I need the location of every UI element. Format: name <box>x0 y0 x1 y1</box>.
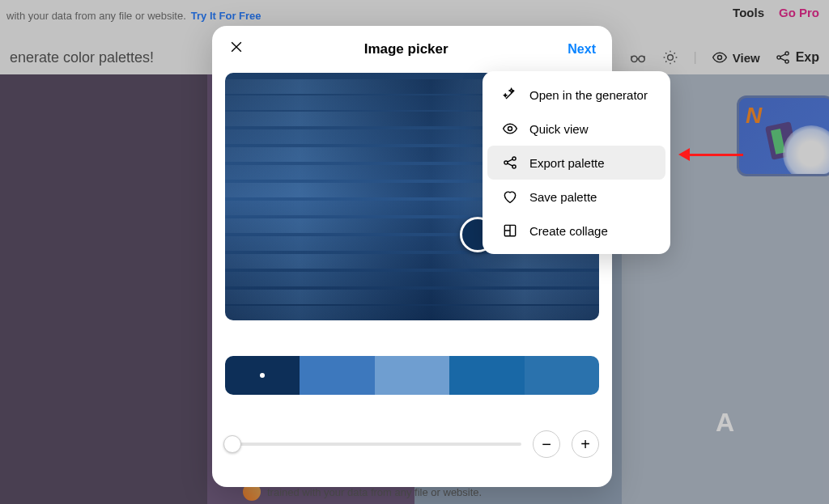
view-button[interactable]: View <box>712 49 760 66</box>
ad-text-bottom: trained with your data from any file or … <box>267 486 482 498</box>
modal-title: Image picker <box>364 41 449 57</box>
nav-tools[interactable]: Tools <box>733 6 764 19</box>
dd-label: Create collage <box>529 224 608 238</box>
heart-icon <box>502 188 518 205</box>
collage-icon <box>502 222 518 239</box>
extracted-palette <box>225 356 599 395</box>
close-icon[interactable] <box>228 39 244 60</box>
options-dropdown: Open in the generator Quick view Export … <box>483 71 670 254</box>
tagline: enerate color palettes! <box>10 49 154 66</box>
dd-label: Save palette <box>529 190 597 204</box>
top-nav: Tools Go Pro <box>733 0 819 24</box>
zoom-out-button[interactable]: − <box>533 430 560 458</box>
share-icon <box>502 155 518 171</box>
dd-label: Quick view <box>529 122 589 136</box>
swatch[interactable] <box>449 356 524 395</box>
wand-icon <box>502 87 518 103</box>
zoom-slider-row: − + <box>225 430 599 458</box>
eye-icon <box>502 121 518 137</box>
dd-quick-view[interactable]: Quick view <box>487 112 665 146</box>
promo-logo: N <box>746 103 762 129</box>
swatch[interactable] <box>300 356 374 395</box>
promo-card[interactable]: N <box>737 95 829 176</box>
dd-label: Export palette <box>529 156 605 170</box>
dd-create-collage[interactable]: Create collage <box>487 214 665 248</box>
dd-export-palette[interactable]: Export palette <box>487 146 665 180</box>
export-label-top: Exp <box>796 50 819 65</box>
view-label: View <box>733 51 760 65</box>
ad-cta-link[interactable]: Try It For Free <box>191 10 261 22</box>
dd-save-palette[interactable]: Save palette <box>487 180 665 214</box>
hex-value: A <box>716 408 735 438</box>
palette-column[interactable] <box>0 74 207 504</box>
zoom-slider[interactable] <box>225 443 521 446</box>
nav-go-pro[interactable]: Go Pro <box>779 6 819 19</box>
slider-thumb[interactable] <box>223 435 241 453</box>
selected-dot-icon <box>260 373 265 378</box>
svg-point-3 <box>717 56 721 60</box>
dd-label: Open in the generator <box>529 88 648 102</box>
sun-icon[interactable] <box>661 49 679 66</box>
glasses-icon[interactable] <box>629 49 647 66</box>
zoom-in-button[interactable]: + <box>572 430 599 458</box>
export-button-top[interactable]: Exp <box>775 49 819 66</box>
swatch[interactable] <box>225 356 300 395</box>
svg-point-7 <box>508 127 512 131</box>
svg-point-2 <box>667 55 673 61</box>
ad-text: with your data from any file or website. <box>6 10 186 22</box>
next-button[interactable]: Next <box>568 42 596 57</box>
swatch[interactable] <box>525 356 599 395</box>
dd-open-in-generator[interactable]: Open in the generator <box>487 78 665 112</box>
annotation-arrow <box>678 150 743 159</box>
swatch[interactable] <box>375 356 449 395</box>
